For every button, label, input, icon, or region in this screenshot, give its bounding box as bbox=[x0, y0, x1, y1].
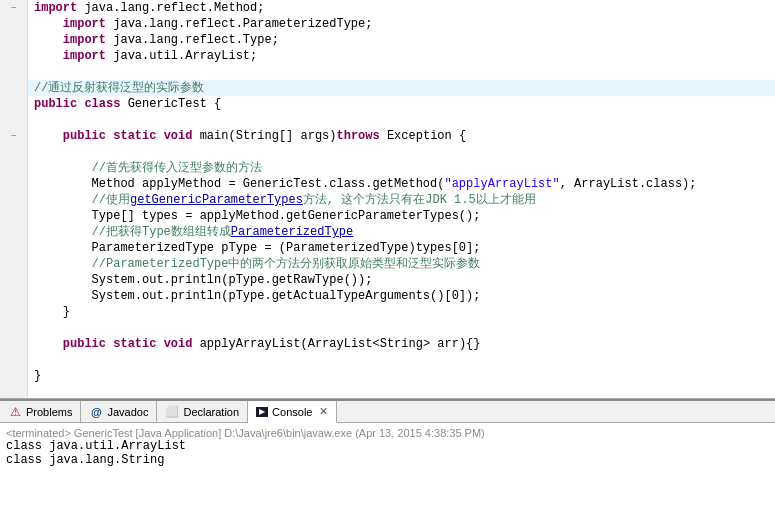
code-line-8 bbox=[28, 112, 775, 128]
gutter-space-5 bbox=[8, 64, 20, 80]
code-line-13: //使用getGenericParameterTypes方法, 这个方法只有在J… bbox=[28, 192, 775, 208]
tab-console[interactable]: ▶ Console ✕ bbox=[248, 401, 337, 423]
code-line-1: import java.lang.reflect.Method; bbox=[28, 0, 775, 16]
gutter-space-10 bbox=[8, 144, 20, 160]
code-line-10 bbox=[28, 144, 775, 160]
gutter-space-8 bbox=[8, 112, 20, 128]
gutter-space-12 bbox=[8, 176, 20, 192]
code-line-16: ParameterizedType pType = (Parameterized… bbox=[28, 240, 775, 256]
code-line-12: Method applyMethod = GenericTest.class.g… bbox=[28, 176, 775, 192]
gutter-space-3 bbox=[8, 32, 20, 48]
gutter-space-17 bbox=[8, 256, 20, 272]
tab-javadoc-label: Javadoc bbox=[107, 406, 148, 418]
code-line-14: Type[] types = applyMethod.getGenericPar… bbox=[28, 208, 775, 224]
gutter-space-11 bbox=[8, 160, 20, 176]
gutter-space-20 bbox=[8, 304, 20, 320]
gutter-space-2 bbox=[8, 16, 20, 32]
gutter-space-6 bbox=[8, 80, 20, 96]
code-line-4: import java.util.ArrayList; bbox=[28, 48, 775, 64]
console-content: <terminated> GenericTest [Java Applicati… bbox=[0, 423, 775, 519]
gutter-space-23 bbox=[8, 352, 20, 368]
gutter: − − bbox=[0, 0, 28, 398]
warning-icon: ⚠ bbox=[8, 405, 22, 419]
javadoc-icon: @ bbox=[89, 405, 103, 419]
code-line-21 bbox=[28, 320, 775, 336]
gutter-space-16 bbox=[8, 240, 20, 256]
console-output-line-2: class java.lang.String bbox=[6, 453, 769, 467]
horizontal-scrollbar[interactable] bbox=[0, 398, 775, 399]
code-line-9: public static void main(String[] args)th… bbox=[28, 128, 775, 144]
code-line-6: //通过反射获得泛型的实际参数 bbox=[28, 80, 775, 96]
fold-marker-1[interactable]: − bbox=[8, 0, 20, 16]
console-output-line-1: class java.util.ArrayList bbox=[6, 439, 769, 453]
tab-declaration-label: Declaration bbox=[183, 406, 239, 418]
code-line-2: import java.lang.reflect.ParameterizedTy… bbox=[28, 16, 775, 32]
fold-marker-9[interactable]: − bbox=[8, 128, 20, 144]
code-line-5 bbox=[28, 64, 775, 80]
gutter-space-14 bbox=[8, 208, 20, 224]
code-line-20: } bbox=[28, 304, 775, 320]
code-line-11: //首先获得传入泛型参数的方法 bbox=[28, 160, 775, 176]
code-editor: − − import java.lang.refle bbox=[0, 0, 775, 399]
gutter-space-24 bbox=[8, 368, 20, 384]
gutter-space-18 bbox=[8, 272, 20, 288]
gutter-space-21 bbox=[8, 320, 20, 336]
gutter-space-7 bbox=[8, 96, 20, 112]
tab-console-label: Console bbox=[272, 406, 312, 418]
code-line-3: import java.lang.reflect.Type; bbox=[28, 32, 775, 48]
code-line-19: System.out.println(pType.getActualTypeAr… bbox=[28, 288, 775, 304]
gutter-space-4 bbox=[8, 48, 20, 64]
tab-declaration[interactable]: ⬜ Declaration bbox=[157, 401, 248, 422]
console-close-icon[interactable]: ✕ bbox=[319, 405, 328, 418]
tabs-bar: ⚠ Problems @ Javadoc ⬜ Declaration ▶ Con… bbox=[0, 401, 775, 423]
gutter-space-19 bbox=[8, 288, 20, 304]
tab-problems[interactable]: ⚠ Problems bbox=[0, 401, 81, 422]
code-line-22: public static void applyArrayList(ArrayL… bbox=[28, 336, 775, 352]
code-lines: import java.lang.reflect.Method; import … bbox=[28, 0, 775, 398]
gutter-space-22 bbox=[8, 336, 20, 352]
console-terminated-line: <terminated> GenericTest [Java Applicati… bbox=[6, 427, 769, 439]
code-line-17: //ParameterizedType中的两个方法分别获取原始类型和泛型实际参数 bbox=[28, 256, 775, 272]
code-line-15: //把获得Type数组组转成ParameterizedType bbox=[28, 224, 775, 240]
code-line-24: } bbox=[28, 368, 775, 384]
tab-problems-label: Problems bbox=[26, 406, 72, 418]
declaration-icon: ⬜ bbox=[165, 405, 179, 419]
code-line-18: System.out.println(pType.getRawType()); bbox=[28, 272, 775, 288]
tab-javadoc[interactable]: @ Javadoc bbox=[81, 401, 157, 422]
gutter-space-13 bbox=[8, 192, 20, 208]
bottom-panel: ⚠ Problems @ Javadoc ⬜ Declaration ▶ Con… bbox=[0, 399, 775, 519]
code-line-23 bbox=[28, 352, 775, 368]
gutter-space-15 bbox=[8, 224, 20, 240]
console-icon: ▶ bbox=[256, 407, 268, 417]
code-line-7: public class GenericTest { bbox=[28, 96, 775, 112]
